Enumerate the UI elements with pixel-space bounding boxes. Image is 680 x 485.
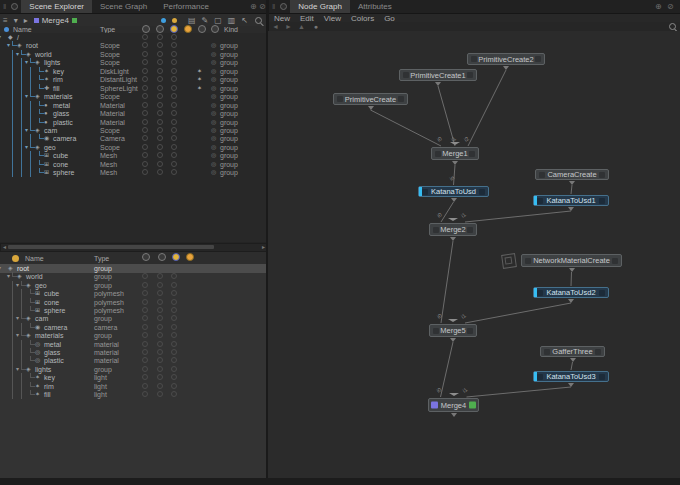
render-icon[interactable] [156, 25, 164, 33]
toggle-cell[interactable] [157, 391, 163, 397]
toggle-cell[interactable] [171, 374, 177, 380]
collapse-chevron-icon[interactable] [450, 142, 460, 145]
toggle-cell[interactable] [157, 85, 163, 91]
node-primitivecreate1[interactable]: PrimitiveCreate1 [399, 69, 477, 81]
toggle-cell[interactable] [157, 324, 163, 330]
collapse-chevron-icon[interactable] [448, 319, 458, 322]
toggle-cell[interactable] [171, 144, 177, 150]
output-port-icon[interactable] [368, 106, 374, 110]
working-set-blue-icon[interactable] [161, 18, 166, 23]
frame-icon[interactable]: ▢ [214, 16, 222, 25]
toggle-cell[interactable] [142, 391, 148, 397]
toggle-cell[interactable] [157, 93, 163, 99]
toggle-cell[interactable] [171, 34, 177, 40]
toggle-cell[interactable] [171, 119, 177, 125]
toggle-cell[interactable] [157, 282, 163, 288]
node-name[interactable]: fill [44, 390, 51, 399]
pane-split-icon[interactable]: ⊕ [250, 2, 257, 11]
output-port-icon[interactable] [569, 181, 575, 185]
node-name[interactable]: sphere [53, 168, 74, 177]
dropdown-chevron-icon[interactable]: ▾ [14, 16, 18, 25]
toggle-cell[interactable] [171, 282, 177, 288]
toggle-cell[interactable] [142, 332, 148, 338]
toggle-cell[interactable] [171, 357, 177, 363]
toggle-cell[interactable] [157, 102, 163, 108]
light-link-icon[interactable] [170, 25, 178, 33]
toggle-cell[interactable] [142, 59, 148, 65]
horizontal-scrollbar[interactable]: ◂ ▸ [0, 243, 268, 252]
node-graph-canvas[interactable]: i0i1i2ini0i1i0i1i0i1PrimitiveCreatePrimi… [268, 31, 680, 478]
toggle-cell[interactable] [157, 332, 163, 338]
toggle-cell[interactable] [157, 34, 163, 40]
toggle-cell[interactable] [157, 127, 163, 133]
render-icon[interactable] [158, 253, 166, 261]
toggle-cell[interactable] [142, 315, 148, 321]
pane-close-icon[interactable]: ⊘ [259, 2, 266, 11]
toggle-cell[interactable] [142, 383, 148, 389]
toggle-cell[interactable] [157, 42, 163, 48]
toggle-cell[interactable] [157, 144, 163, 150]
toggle-cell[interactable] [142, 265, 148, 271]
toggle-cell[interactable] [142, 135, 148, 141]
toggle-cell[interactable] [157, 374, 163, 380]
toggle-cell[interactable] [171, 324, 177, 330]
toggle-cell[interactable] [171, 102, 177, 108]
toggle-cell[interactable] [171, 391, 177, 397]
toggle-cell[interactable] [142, 110, 148, 116]
search-icon[interactable] [669, 23, 676, 30]
node-merge2[interactable]: Merge2 [429, 223, 477, 236]
output-port-icon[interactable] [568, 207, 574, 211]
up-icon[interactable]: ▲ [298, 23, 305, 30]
toggle-cell[interactable] [142, 290, 148, 296]
toggle-cell[interactable] [157, 349, 163, 355]
toggle-cell[interactable] [142, 341, 148, 347]
back-icon[interactable]: ◄ [272, 23, 279, 30]
output-port-icon[interactable] [451, 413, 457, 417]
name-column-header[interactable]: Name [13, 26, 32, 33]
toggle-cell[interactable] [157, 366, 163, 372]
pane-close-icon[interactable]: ⊘ [667, 2, 674, 11]
forward-icon[interactable]: ► [285, 23, 292, 30]
toggle-cell[interactable] [171, 68, 177, 74]
shading-icon[interactable] [184, 25, 192, 33]
output-port-icon[interactable] [435, 82, 441, 86]
toggle-cell[interactable] [142, 366, 148, 372]
toggle-cell[interactable] [157, 135, 163, 141]
tab-scene-explorer[interactable]: Scene Explorer [21, 0, 92, 13]
output-port-icon[interactable] [451, 198, 457, 202]
visibility-icon[interactable] [142, 253, 150, 261]
toggle-cell[interactable] [171, 85, 177, 91]
node-katanatousd3[interactable]: KatanaToUsd3 [533, 371, 609, 382]
toggle-cell[interactable] [142, 324, 148, 330]
toggle-cell[interactable] [142, 169, 148, 175]
tab-scene-graph[interactable]: Scene Graph [92, 0, 155, 13]
toggle-cell[interactable] [157, 161, 163, 167]
toggle-cell[interactable] [142, 152, 148, 158]
scrollbar-thumb[interactable] [8, 245, 214, 249]
toggle-cell[interactable] [142, 42, 148, 48]
toggle-cell[interactable] [157, 169, 163, 175]
toggle-cell[interactable] [157, 307, 163, 313]
tab-node-graph[interactable]: Node Graph [290, 0, 350, 13]
toggle-cell[interactable] [171, 169, 177, 175]
toggle-cell[interactable] [171, 42, 177, 48]
output-port-icon[interactable] [450, 237, 456, 241]
toggle-cell[interactable] [142, 51, 148, 57]
collapse-chevron-icon[interactable] [449, 393, 459, 396]
output-port-icon[interactable] [503, 66, 509, 70]
shading-icon[interactable] [186, 253, 194, 261]
toggle-cell[interactable] [142, 93, 148, 99]
node-merge1[interactable]: Merge1 [431, 147, 479, 160]
toggle-cell[interactable] [171, 110, 177, 116]
node-gafferthree[interactable]: GafferThree [540, 346, 605, 357]
toggle-cell[interactable] [171, 273, 177, 279]
toggle-cell[interactable] [171, 383, 177, 389]
toggle-cell[interactable] [171, 135, 177, 141]
toggle-cell[interactable] [142, 127, 148, 133]
node-cameracreate[interactable]: CameraCreate [535, 169, 609, 180]
bookmark-icon[interactable]: ● [314, 23, 318, 30]
scroll-left-icon[interactable]: ◂ [3, 244, 6, 251]
toggle-cell[interactable] [171, 161, 177, 167]
visibility-icon[interactable] [142, 25, 150, 33]
node-katanatousd[interactable]: KatanaToUsd [418, 186, 489, 197]
